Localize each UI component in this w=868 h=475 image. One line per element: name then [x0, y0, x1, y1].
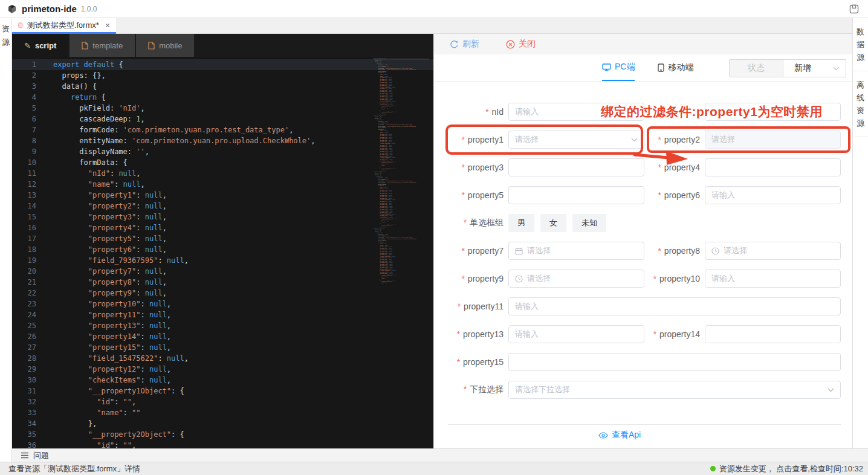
form-row: * 下拉选择请选择下拉选择: [445, 381, 844, 399]
required-asterisk: *: [462, 274, 465, 283]
resource-change-notice[interactable]: 资源发生变更， 点击查看,检查时间:10:32: [710, 464, 863, 474]
line-number: 5: [12, 103, 36, 114]
sidebar-item-resources[interactable]: 资源: [0, 22, 11, 49]
code-line: "id": "",: [53, 396, 433, 407]
green-dot-icon: [710, 466, 716, 471]
status-select[interactable]: 新增: [783, 60, 846, 77]
code-editor[interactable]: ✎ script template mobile 123456789101112…: [12, 34, 433, 448]
annotation-box-property1: [445, 124, 643, 155]
radio-option-女[interactable]: 女: [540, 214, 566, 232]
input-property6[interactable]: 请输入: [705, 186, 841, 204]
line-number: 8: [12, 135, 36, 146]
input-property4[interactable]: [705, 158, 841, 176]
code-line: "__property1Object": {: [53, 386, 433, 396]
file-tab[interactable]: 测试数据类型.formx* ×: [12, 18, 116, 34]
tab-mobile-preview[interactable]: 移动端: [658, 54, 693, 81]
code-line: },: [53, 418, 433, 429]
divider: [448, 424, 841, 425]
close-circle-icon: [506, 40, 515, 49]
minimap-viewport: [374, 58, 429, 60]
annotation-arrow: [629, 149, 691, 166]
field-label: * property8: [649, 246, 700, 256]
line-number: 16: [12, 222, 36, 233]
sidebar-item-offline-resources[interactable]: 离线资源: [853, 71, 868, 137]
radio-group-单选框组: 男女未知: [508, 214, 612, 232]
required-asterisk: *: [464, 384, 467, 394]
code-line: "checkItems": null,: [53, 375, 433, 386]
left-rail: 资源: [0, 18, 12, 462]
line-number: 6: [12, 114, 36, 124]
refresh-icon: [450, 40, 459, 49]
line-number: 27: [12, 342, 36, 353]
code-line: "name": "": [53, 407, 433, 418]
annotation-text: 绑定的过滤条件:property1为空时禁用: [601, 103, 823, 120]
monitor-icon: [602, 63, 611, 71]
line-number: 23: [12, 299, 36, 309]
time-property9[interactable]: 请选择: [508, 270, 644, 288]
line-number: 30: [12, 375, 36, 386]
radio-option-男[interactable]: 男: [508, 214, 534, 232]
required-asterisk: *: [653, 329, 656, 339]
input-property14[interactable]: [705, 325, 841, 343]
time-property8[interactable]: 请选择: [705, 242, 841, 260]
date-property7[interactable]: 请选择: [508, 242, 644, 260]
form-row: * property11请输入: [445, 297, 844, 315]
field-label: * property9: [445, 274, 504, 283]
input-property13[interactable]: 请输入: [508, 325, 644, 343]
view-api-link[interactable]: 查看Api: [598, 430, 641, 441]
line-number: 15: [12, 212, 36, 222]
problems-bar[interactable]: 问题: [12, 448, 868, 462]
tab-mobile[interactable]: mobile: [136, 34, 194, 57]
required-asterisk: *: [462, 163, 465, 172]
tab-template[interactable]: template: [70, 34, 135, 57]
sidebar-item-datasource[interactable]: 数据源: [853, 18, 868, 71]
required-asterisk: *: [464, 218, 467, 227]
radio-option-未知[interactable]: 未知: [572, 214, 606, 232]
line-number: 26: [12, 331, 36, 342]
app-title: primeton-ide: [22, 4, 77, 14]
line-number: 13: [12, 190, 36, 201]
line-number: 10: [12, 157, 36, 168]
required-asterisk: *: [458, 302, 461, 311]
field-label: * property7: [445, 246, 504, 256]
field-label: * property5: [445, 190, 504, 200]
field-label: * property14: [649, 329, 700, 339]
input-property10[interactable]: 请输入: [705, 270, 841, 288]
field-label: * property15: [445, 357, 504, 367]
placeholder-text: 请输入: [515, 301, 539, 312]
app-window: primeton-ide 1.0.0 资源 数据源 离线资源 测试数据类型.fo…: [0, 0, 868, 475]
field-label: * property13: [445, 329, 504, 339]
select-下拉选择[interactable]: 请选择下拉选择: [508, 381, 841, 399]
line-number: 11: [12, 168, 36, 179]
document-icon: [148, 42, 155, 50]
input-property15[interactable]: [508, 353, 841, 371]
code-line: "property12": null,: [53, 364, 433, 375]
minimap[interactable]: export default { props: {}, data() { ret…: [374, 58, 429, 284]
close-icon[interactable]: ×: [105, 21, 110, 30]
input-property3[interactable]: [508, 158, 644, 176]
field-label: * property11: [445, 302, 504, 311]
form-row: * property9请选择* property10请输入: [445, 270, 844, 288]
line-number: 36: [12, 440, 36, 448]
input-property5[interactable]: [508, 186, 644, 204]
tab-script[interactable]: ✎ script: [12, 34, 68, 57]
clock-icon: [711, 247, 719, 255]
layout-toggle-icon[interactable]: [849, 4, 860, 15]
field-label: * property10: [649, 274, 700, 283]
line-number: 17: [12, 233, 36, 244]
tab-pc[interactable]: PC端: [602, 54, 635, 81]
form-file-icon: [18, 21, 23, 30]
code-area[interactable]: 1234567891011121314151617181920212223242…: [12, 57, 433, 448]
close-preview-button[interactable]: 关闭: [506, 39, 536, 50]
refresh-button[interactable]: 刷新: [450, 39, 479, 50]
line-number: 19: [12, 255, 36, 266]
line-number: 14: [12, 201, 36, 212]
line-number: 7: [12, 124, 36, 135]
line-number: 28: [12, 353, 36, 364]
form-row: * 单选框组男女未知: [445, 214, 844, 232]
field-label: * 单选框组: [445, 218, 504, 228]
app-logo-icon: [6, 3, 18, 15]
input-property11[interactable]: 请输入: [508, 297, 841, 315]
code-line: "property13": null,: [53, 320, 433, 331]
placeholder-text: 请选择: [527, 245, 551, 256]
